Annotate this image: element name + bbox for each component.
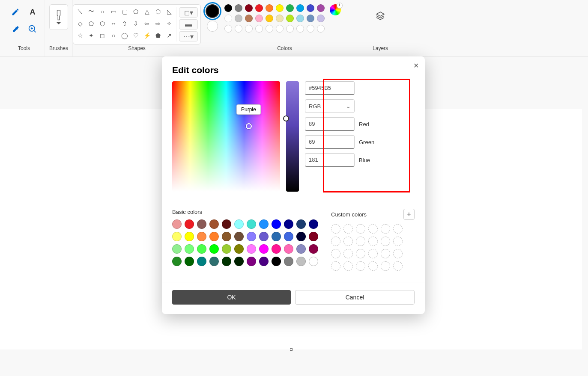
custom-color-slot[interactable] bbox=[393, 261, 403, 271]
palette-swatch[interactable] bbox=[276, 4, 284, 12]
custom-color-slot[interactable] bbox=[368, 224, 378, 234]
palette-swatch-empty[interactable] bbox=[266, 25, 273, 33]
basic-color-swatch[interactable] bbox=[172, 257, 182, 266]
palette-swatch[interactable] bbox=[286, 15, 294, 22]
basic-color-swatch[interactable] bbox=[185, 219, 194, 229]
custom-color-slot[interactable] bbox=[381, 224, 390, 234]
basic-color-swatch[interactable] bbox=[247, 244, 256, 254]
basic-color-swatch[interactable] bbox=[296, 232, 306, 241]
palette-swatch-empty[interactable] bbox=[296, 25, 304, 33]
custom-color-slot[interactable] bbox=[331, 237, 340, 246]
basic-color-swatch[interactable] bbox=[296, 244, 306, 254]
basic-color-swatch[interactable] bbox=[247, 219, 256, 229]
palette-swatch-empty[interactable] bbox=[307, 25, 314, 33]
basic-color-swatch[interactable] bbox=[272, 244, 281, 254]
basic-color-swatch[interactable] bbox=[172, 219, 182, 229]
palette-swatch[interactable] bbox=[296, 15, 304, 22]
palette-swatch[interactable] bbox=[307, 4, 314, 12]
basic-color-swatch[interactable] bbox=[185, 257, 194, 266]
basic-color-swatch[interactable] bbox=[259, 232, 269, 241]
basic-color-swatch[interactable] bbox=[197, 257, 206, 266]
palette-swatch-empty[interactable] bbox=[276, 25, 284, 33]
custom-color-slot[interactable] bbox=[393, 224, 403, 234]
lightness-slider[interactable] bbox=[286, 81, 299, 192]
basic-color-swatch[interactable] bbox=[234, 244, 244, 254]
lightness-thumb[interactable] bbox=[283, 115, 289, 121]
cancel-button[interactable]: Cancel bbox=[295, 290, 415, 305]
basic-color-swatch[interactable] bbox=[209, 244, 219, 254]
basic-color-swatch[interactable] bbox=[309, 244, 318, 254]
ok-button[interactable]: OK bbox=[172, 290, 291, 305]
basic-color-swatch[interactable] bbox=[222, 232, 231, 241]
basic-color-swatch[interactable] bbox=[209, 232, 219, 241]
palette-swatch[interactable] bbox=[296, 4, 304, 12]
palette-swatch-empty[interactable] bbox=[255, 25, 263, 33]
eyedropper-tool[interactable] bbox=[8, 21, 23, 37]
palette-swatch[interactable] bbox=[235, 15, 242, 22]
basic-color-swatch[interactable] bbox=[234, 219, 244, 229]
magnify-tool[interactable] bbox=[25, 21, 40, 37]
custom-color-slot[interactable] bbox=[368, 249, 378, 258]
custom-color-slot[interactable] bbox=[343, 261, 353, 271]
palette-swatch-empty[interactable] bbox=[245, 25, 253, 33]
basic-color-swatch[interactable] bbox=[222, 257, 231, 266]
custom-color-slot[interactable] bbox=[368, 261, 378, 271]
basic-color-swatch[interactable] bbox=[259, 244, 269, 254]
palette-swatch[interactable] bbox=[276, 15, 284, 22]
color1-swatch[interactable] bbox=[206, 4, 219, 18]
custom-color-slot[interactable] bbox=[356, 261, 365, 271]
palette-swatch[interactable] bbox=[224, 4, 232, 12]
basic-color-swatch[interactable] bbox=[284, 232, 293, 241]
color2-swatch[interactable] bbox=[207, 21, 218, 32]
hex-input[interactable] bbox=[305, 81, 355, 95]
spectrum-cursor[interactable] bbox=[246, 123, 252, 129]
palette-swatch[interactable] bbox=[286, 4, 294, 12]
palette-swatch[interactable] bbox=[245, 4, 253, 12]
custom-color-slot[interactable] bbox=[343, 237, 353, 246]
basic-color-swatch[interactable] bbox=[247, 232, 256, 241]
basic-color-swatch[interactable] bbox=[172, 232, 182, 241]
shape-fill-button[interactable]: ▬ bbox=[179, 19, 198, 30]
basic-color-swatch[interactable] bbox=[197, 219, 206, 229]
basic-color-swatch[interactable] bbox=[222, 219, 231, 229]
basic-color-swatch[interactable] bbox=[209, 219, 219, 229]
basic-color-swatch[interactable] bbox=[259, 257, 269, 266]
basic-color-swatch[interactable] bbox=[296, 219, 306, 229]
close-icon[interactable]: ✕ bbox=[413, 62, 419, 70]
basic-color-swatch[interactable] bbox=[272, 257, 281, 266]
add-custom-color-button[interactable]: + bbox=[403, 209, 415, 220]
basic-color-swatch[interactable] bbox=[185, 232, 194, 241]
palette-swatch-empty[interactable] bbox=[224, 25, 232, 33]
custom-color-slot[interactable] bbox=[343, 249, 353, 258]
basic-color-swatch[interactable] bbox=[259, 219, 269, 229]
custom-color-slot[interactable] bbox=[368, 237, 378, 246]
basic-color-swatch[interactable] bbox=[284, 244, 293, 254]
basic-color-swatch[interactable] bbox=[185, 244, 194, 254]
custom-color-slot[interactable] bbox=[331, 249, 340, 258]
basic-color-swatch[interactable] bbox=[222, 244, 231, 254]
palette-swatch[interactable] bbox=[266, 4, 273, 12]
basic-color-swatch[interactable] bbox=[247, 257, 256, 266]
color-mode-select[interactable]: RGB⌄ bbox=[305, 99, 355, 113]
custom-color-slot[interactable] bbox=[331, 261, 340, 271]
custom-color-slot[interactable] bbox=[356, 224, 365, 234]
brushes-button[interactable] bbox=[49, 4, 68, 30]
green-input[interactable] bbox=[305, 135, 355, 149]
palette-swatch[interactable] bbox=[317, 15, 325, 22]
custom-color-slot[interactable] bbox=[393, 237, 403, 246]
palette-swatch-empty[interactable] bbox=[235, 25, 242, 33]
custom-color-slot[interactable] bbox=[393, 249, 403, 258]
palette-swatch[interactable] bbox=[255, 4, 263, 12]
palette-swatch[interactable] bbox=[245, 15, 253, 22]
basic-color-swatch[interactable] bbox=[197, 244, 206, 254]
basic-color-swatch[interactable] bbox=[309, 232, 318, 241]
basic-color-swatch[interactable] bbox=[296, 257, 306, 266]
palette-swatch-empty[interactable] bbox=[286, 25, 294, 33]
edit-colors-button[interactable] bbox=[330, 4, 341, 15]
basic-color-swatch[interactable] bbox=[272, 232, 281, 241]
palette-swatch-empty[interactable] bbox=[317, 25, 325, 33]
palette-swatch[interactable] bbox=[235, 4, 242, 12]
text-tool[interactable]: A bbox=[25, 4, 40, 20]
layers-button[interactable] bbox=[375, 10, 386, 21]
custom-color-slot[interactable] bbox=[381, 237, 390, 246]
